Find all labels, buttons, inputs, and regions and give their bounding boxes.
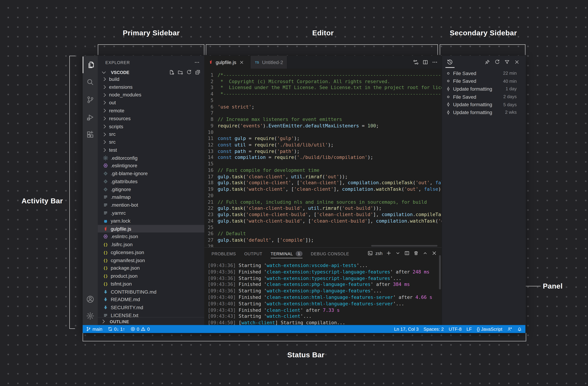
explorer-item-remote[interactable]: remote [98,107,204,114]
status-encoding[interactable]: UTF-8 [449,326,462,332]
timeline-item-3[interactable]: Update formatting1 day [442,85,526,93]
editor-tab-Untitled-2[interactable]: TSUntitled-2 [251,56,287,69]
status-cursor-position[interactable]: Ln 17, Col 3 [394,326,419,332]
code-line-26[interactable]: 26// Default [204,231,441,237]
code-line-22[interactable]: 22gulp.task('clean-client-build', util.r… [204,205,441,212]
filter-icon[interactable] [504,59,510,65]
code-line-1[interactable]: 1/*-------------------------------------… [204,72,441,78]
explorer-item-package.json[interactable]: {}package.json [98,264,204,272]
explorer-item-product.json[interactable]: {}product.json [98,272,204,280]
code-line-18[interactable]: 18gulp.task('compile-client', ['clean-cl… [204,180,441,186]
chevron-up-icon[interactable] [422,250,428,256]
outline-section[interactable]: OUTLINE [98,317,204,325]
chevron-down-icon[interactable] [395,250,401,256]
history-icon[interactable] [446,59,453,65]
close-icon[interactable] [431,250,437,256]
explorer-item-.gitattributes[interactable]: .gitattributes [98,177,204,185]
code-line-17[interactable]: 17gulp.task('clean-client', util.rimraf(… [204,173,441,180]
explorer-item-.editorconfig[interactable]: .editorconfig [98,154,204,162]
trash-icon[interactable] [413,250,419,256]
close-icon[interactable] [239,60,244,64]
new-folder-icon[interactable] [177,69,183,75]
code-line-12[interactable]: 12const util = require('./build/lib/util… [204,142,441,148]
refresh-icon[interactable] [186,69,192,75]
activity-item-accounts[interactable] [83,291,98,307]
split-editor-icon[interactable] [404,250,410,256]
status-sync-changes[interactable]: 0↓ 1↑ [108,326,125,332]
timeline-item-1[interactable]: File Saved22 min [442,69,526,77]
timeline-item-4[interactable]: File Saved2 days [442,93,526,101]
more-actions-icon[interactable] [194,60,200,65]
explorer-item-.mailmap[interactable]: .mailmap [98,193,204,201]
activity-item-run-and-debug[interactable] [83,109,98,126]
code-line-8[interactable]: 8// Increase max listeners for event emi… [204,117,441,123]
code-line-24[interactable]: 24gulp.task('watch-client-build', ['clea… [204,218,441,224]
timeline-item-2[interactable]: File Saved40 min [442,77,526,85]
code-line-4[interactable]: 4 *-------------------------------------… [204,91,441,97]
status-notifications[interactable] [517,326,522,331]
code-line-23[interactable]: 23gulp.task('compile-client-build', ['cl… [204,212,441,218]
panel-tab-output[interactable]: OUTPUT [244,248,262,259]
code-line-25[interactable]: 25 [204,224,441,231]
explorer-item-.mention-bot[interactable]: .mention-bot [98,201,204,209]
code-line-14[interactable]: 14const compilation = require('./build/l… [204,154,441,161]
explorer-item-scripts[interactable]: scripts [98,122,204,130]
code-line-20[interactable]: 20 [204,193,441,199]
status-language-mode[interactable]: {} JavaScript [477,326,502,332]
activity-item-manage[interactable] [83,308,98,324]
code-line-10[interactable]: 10 [204,129,441,135]
activity-item-explorer[interactable] [83,57,99,73]
code-line-15[interactable]: 15 [204,161,441,167]
explorer-item-tsfmt.json[interactable]: {}tsfmt.json [98,280,204,288]
explorer-item-cglicenses.json[interactable]: {}cglicenses.json [98,248,204,256]
explorer-item-build[interactable]: build [98,75,204,83]
shell-selector[interactable]: zsh [376,251,383,256]
code-line-5[interactable]: 5 [204,97,441,104]
plus-icon[interactable] [386,250,392,256]
explorer-item-.eslintrc.json[interactable]: .eslintrc.json [98,233,204,241]
status-problems[interactable]: 00 [130,326,150,332]
explorer-item-out[interactable]: out [98,99,204,107]
explorer-item-resources[interactable]: resources [98,114,204,122]
panel-tab-terminal[interactable]: TERMINAL1 [271,248,303,259]
code-line-21[interactable]: 21// Full compile, including nls and inl… [204,199,441,205]
explorer-item-.yarnrc[interactable]: .yarnrc [98,209,204,217]
refresh-icon[interactable] [494,59,500,65]
explorer-item-src[interactable]: src [98,138,204,146]
code-line-9[interactable]: 9require('events').EventEmitter.defaultM… [204,123,441,129]
activity-item-extensions[interactable] [83,126,98,143]
code-line-16[interactable]: 16// Fast compile for development time [204,167,441,173]
code-line-19[interactable]: 19gulp.task('watch-client', ['clean-clie… [204,186,441,193]
explorer-item-cgmanifest.json[interactable]: {}cgmanifest.json [98,256,204,264]
status-feedback[interactable] [507,326,512,331]
explorer-item-CONTRIBUTING.md[interactable]: CONTRIBUTING.md [98,288,204,296]
explorer-item-src[interactable]: src [98,130,204,138]
explorer-item-gulpfile.js[interactable]: gulpfile.js [98,225,204,233]
code-line-2[interactable]: 2 * Copyright (c) Microsoft Corporation.… [204,78,441,85]
code-line-27[interactable]: 27gulp.task('default', ['compile']); [204,237,441,243]
collapse-all-icon[interactable] [195,69,201,75]
pin-icon[interactable] [484,59,490,65]
code-line-11[interactable]: 11const gulp = require('gulp'); [204,135,441,142]
new-file-icon[interactable] [169,69,174,75]
explorer-item-extensions[interactable]: extensions [98,83,204,91]
activity-item-source-control[interactable] [83,91,98,108]
ellipsis-icon[interactable] [432,59,438,65]
explorer-item-.gitignore[interactable]: .gitignore [98,185,204,193]
explorer-item-yarn.lock[interactable]: yarn.lock [98,217,204,225]
status-eol[interactable]: LF [466,326,472,332]
panel-tab-problems[interactable]: PROBLEMS [211,248,236,259]
split-editor-icon[interactable] [422,59,428,65]
explorer-item-README.md[interactable]: README.md [98,296,204,303]
explorer-item-SECURITY.md[interactable]: SECURITY.md [98,303,204,311]
code-editor[interactable]: 1/*-------------------------------------… [204,69,441,247]
timeline-item-5[interactable]: Update formatting5 days [442,101,526,108]
terminal-scrollbar[interactable] [439,255,441,289]
status-indentation[interactable]: Spaces: 2 [424,326,444,332]
code-line-7[interactable]: 7 [204,110,441,116]
timeline-item-6[interactable]: Update formatting2 wks [442,108,526,116]
editor-tab-gulpfile.js[interactable]: gulpfile.js [204,56,251,69]
panel-tab-debug-console[interactable]: DEBUG CONSOLE [311,248,349,259]
explorer-item-.lsifrc.json[interactable]: {}.lsifrc.json [98,241,204,248]
code-line-6[interactable]: 6'use strict'; [204,104,441,110]
